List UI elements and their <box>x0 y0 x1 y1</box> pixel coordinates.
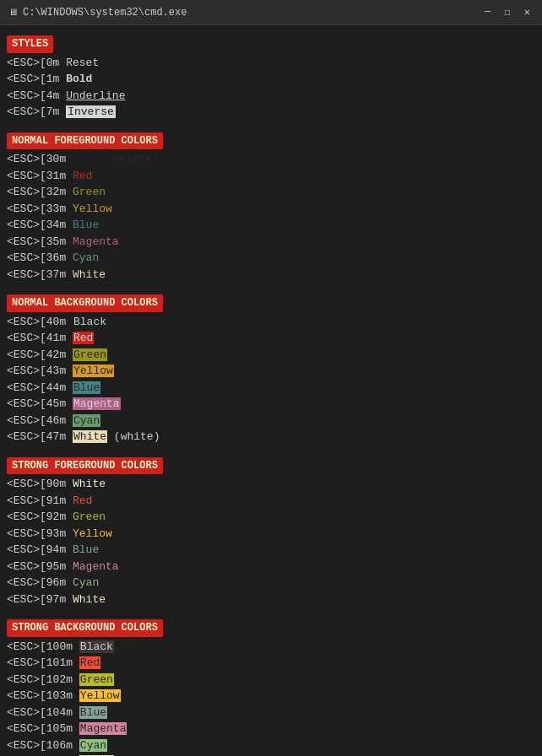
line-32: <ESC>[32m Green <box>7 184 535 201</box>
line-95: <ESC>[95m Magenta <box>7 559 535 575</box>
maximize-button[interactable]: ☐ <box>501 6 514 19</box>
normal-bg-section: NORMAL BACKGROUND COLORS <ESC>[40m Black… <box>7 289 535 446</box>
strong-bg-header: STRONG BACKGROUND COLORS <box>7 619 163 637</box>
normal-fg-header: NORMAL FOREGROUND COLORS <box>7 132 163 150</box>
line-41: <ESC>[41m Red <box>7 330 535 347</box>
line-101: <ESC>[101m Red <box>7 655 535 672</box>
line-35: <ESC>[35m Magenta <box>7 234 535 251</box>
line-90: <ESC>[90m White <box>7 476 535 493</box>
line-30: <ESC>[30m (black) <box>7 151 535 168</box>
terminal-content: STYLES <ESC>[0m Reset <ESC>[1m Bold <ESC… <box>0 25 542 756</box>
normal-fg-section: NORMAL FOREGROUND COLORS <ESC>[30m (blac… <box>7 127 535 284</box>
line-37: <ESC>[37m White <box>7 267 535 284</box>
line-104: <ESC>[104m Blue <box>7 705 535 721</box>
line-102: <ESC>[102m Green <box>7 672 535 688</box>
line-34: <ESC>[34m Blue <box>7 217 535 234</box>
line-106: <ESC>[106m Cyan <box>7 737 535 754</box>
line-42: <ESC>[42m Green <box>7 347 535 364</box>
line-105: <ESC>[105m Magenta <box>7 721 535 737</box>
line-97: <ESC>[97m White <box>7 591 535 608</box>
cmd-icon: 🖥 <box>8 7 18 18</box>
strong-fg-header: STRONG FOREGROUND COLORS <box>7 457 163 475</box>
line-100: <ESC>[100m Black <box>7 639 535 656</box>
line-44: <ESC>[44m Blue <box>7 380 535 397</box>
title-text: C:\WINDOWS\system32\cmd.exe <box>23 7 187 19</box>
line-inverse: <ESC>[7m Inverse <box>7 104 535 121</box>
line-bold: <ESC>[1m Bold <box>7 71 535 88</box>
line-36: <ESC>[36m Cyan <box>7 250 535 267</box>
normal-bg-header: NORMAL BACKGROUND COLORS <box>7 294 163 312</box>
line-94: <ESC>[94m Blue <box>7 542 535 559</box>
line-92: <ESC>[92m Green <box>7 509 535 526</box>
line-91: <ESC>[91m Red <box>7 493 535 510</box>
styles-header: STYLES <box>7 35 53 53</box>
close-button[interactable]: ✕ <box>521 6 534 19</box>
line-96: <ESC>[96m Cyan <box>7 575 535 591</box>
line-40: <ESC>[40m Black <box>7 314 535 331</box>
line-93: <ESC>[93m Yellow <box>7 526 535 543</box>
line-reset: <ESC>[0m Reset <box>7 55 535 72</box>
line-underline: <ESC>[4m Underline <box>7 88 535 105</box>
styles-section: STYLES <ESC>[0m Reset <ESC>[1m Bold <ESC… <box>7 30 535 121</box>
line-47: <ESC>[47m White (white) <box>7 429 535 446</box>
line-31: <ESC>[31m Red <box>7 168 535 185</box>
line-46: <ESC>[46m Cyan <box>7 413 535 429</box>
strong-fg-section: STRONG FOREGROUND COLORS <ESC>[90m White… <box>7 452 535 608</box>
line-45: <ESC>[45m Magenta <box>7 396 535 413</box>
line-33: <ESC>[33m Yellow <box>7 201 535 218</box>
minimize-button[interactable]: — <box>481 6 494 19</box>
title-bar: 🖥 C:\WINDOWS\system32\cmd.exe — ☐ ✕ <box>0 0 542 25</box>
line-103: <ESC>[103m Yellow <box>7 688 535 705</box>
strong-bg-section: STRONG BACKGROUND COLORS <ESC>[100m Blac… <box>7 614 535 756</box>
line-43: <ESC>[43m Yellow <box>7 363 535 380</box>
